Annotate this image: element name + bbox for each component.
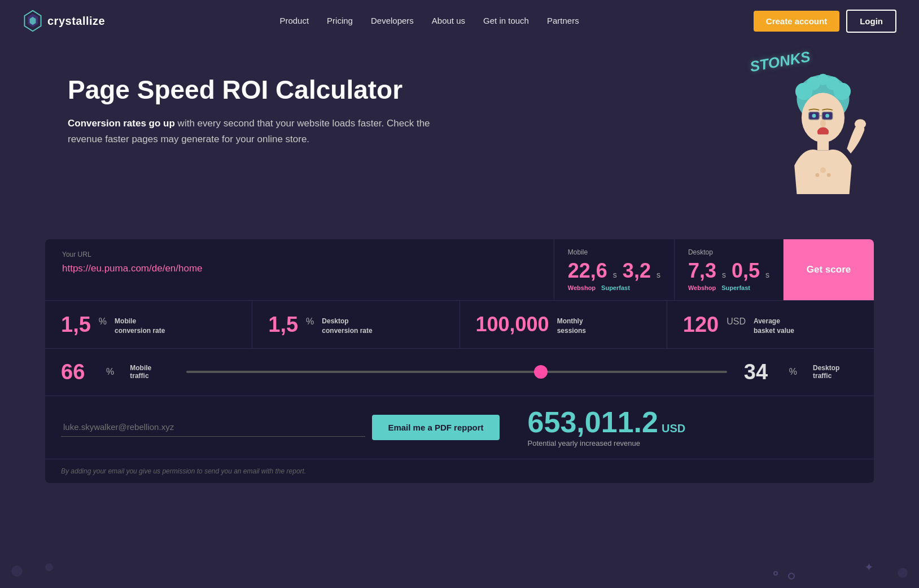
desktop-cr-label: Desktopconversion rate: [322, 317, 372, 336]
hero-subtitle-bold: Conversion rates go up: [68, 118, 175, 129]
deco-circle-1: [788, 573, 795, 580]
metrics-row: 1,5 % Mobileconversion rate 1,5 % Deskto…: [45, 301, 874, 349]
traffic-slider[interactable]: [186, 371, 727, 373]
revenue-section: 653,011.2 USD Potential yearly increased…: [511, 407, 858, 447]
hero-section: Page Speed ROI Calculator Conversion rat…: [0, 42, 919, 222]
desktop-traffic-unit: %: [789, 367, 797, 377]
revenue-number: 653,011.2: [528, 407, 658, 437]
url-section: Your URL https://eu.puma.com/de/en/home: [45, 239, 554, 300]
sessions-block: 100,000 Monthlysessions: [460, 301, 667, 348]
deco-dot-3: [898, 568, 908, 578]
mobile-score-label: Mobile: [568, 248, 660, 256]
basket-value: 120: [683, 314, 719, 335]
mobile-score-tags: Webshop Superfast: [568, 284, 660, 291]
mobile-traffic-label: Mobiletraffic: [130, 364, 164, 380]
mobile-superfast-unit: s: [657, 270, 660, 279]
mobile-score-values: 22,6 s 3,2 s: [568, 261, 660, 281]
revenue-amount: 653,011.2 USD: [528, 407, 858, 437]
svg-point-8: [817, 74, 829, 85]
svg-point-14: [825, 114, 829, 118]
email-section: Email me a PDF repport: [61, 407, 500, 447]
desktop-score-tags: Webshop Superfast: [688, 284, 769, 291]
nav-partners[interactable]: Partners: [547, 16, 579, 25]
desktop-traffic-label: Desktoptraffic: [813, 364, 847, 380]
hero-text: Page Speed ROI Calculator Conversion rat…: [68, 76, 463, 148]
email-input[interactable]: [61, 418, 365, 437]
create-account-button[interactable]: Create account: [754, 11, 839, 32]
revenue-unit: USD: [662, 423, 685, 434]
nav-pricing[interactable]: Pricing: [327, 16, 353, 25]
desktop-score-block: Desktop 7,3 s 0,5 s Webshop Superfast: [675, 239, 784, 300]
logo-link[interactable]: crystallize: [23, 10, 105, 32]
mobile-webshop-tag: Webshop: [568, 284, 596, 291]
navbar: crystallize Product Pricing Developers A…: [0, 0, 919, 42]
mobile-webshop-score: 22,6: [568, 261, 607, 281]
desktop-webshop-tag: Webshop: [688, 284, 716, 291]
desktop-cr-block: 1,5 % Desktopconversion rate: [252, 301, 460, 348]
mobile-traffic-unit: %: [106, 367, 114, 377]
desktop-superfast-tag: Superfast: [721, 284, 750, 291]
nav-developers[interactable]: Developers: [371, 16, 414, 25]
url-value: https://eu.puma.com/de/en/home: [62, 263, 537, 274]
email-row: Email me a PDF repport 653,011.2 USD Pot…: [45, 396, 874, 459]
mobile-cr-unit: %: [99, 317, 107, 327]
traffic-slider-container[interactable]: [186, 371, 727, 373]
basket-unit: USD: [727, 317, 746, 327]
deco-star: ✦: [864, 560, 874, 574]
mobile-cr-block: 1,5 % Mobileconversion rate: [45, 301, 252, 348]
mobile-cr-value: 1,5: [61, 314, 91, 335]
nav-product[interactable]: Product: [279, 16, 309, 25]
logo-icon: [23, 10, 43, 32]
mobile-superfast-score: 3,2: [623, 261, 651, 281]
basket-block: 120 USD Averagebasket value: [667, 301, 874, 348]
desktop-score-values: 7,3 s 0,5 s: [688, 261, 769, 281]
email-pdf-button[interactable]: Email me a PDF repport: [372, 415, 499, 440]
desktop-traffic-value: 34: [744, 360, 778, 384]
calculator-card: Your URL https://eu.puma.com/de/en/home …: [45, 239, 874, 483]
hero-title: Page Speed ROI Calculator: [68, 76, 463, 104]
deco-circle-2: [773, 571, 778, 576]
login-button[interactable]: Login: [846, 10, 896, 33]
desktop-cr-value: 1,5: [268, 314, 298, 335]
mobile-superfast-tag: Superfast: [601, 284, 630, 291]
sessions-label: Monthlysessions: [557, 317, 586, 336]
deco-dot-2: [45, 563, 53, 571]
basket-label: Averagebasket value: [754, 317, 794, 336]
svg-point-19: [820, 168, 826, 173]
mobile-traffic-value: 66: [61, 360, 95, 384]
mobile-cr-label: Mobileconversion rate: [115, 317, 165, 336]
desktop-superfast-score: 0,5: [732, 261, 760, 281]
desktop-score-label: Desktop: [688, 248, 769, 256]
mobile-score-block: Mobile 22,6 s 3,2 s Webshop Superfast: [554, 239, 675, 300]
mobile-webshop-unit: s: [613, 270, 617, 279]
svg-rect-17: [817, 141, 829, 150]
svg-point-20: [815, 173, 819, 177]
svg-point-15: [820, 120, 826, 128]
disclaimer: By adding your email you give us permiss…: [45, 459, 874, 483]
nav-get-in-touch[interactable]: Get in touch: [483, 16, 529, 25]
nav-links: Product Pricing Developers About us Get …: [279, 16, 579, 26]
nav-actions: Create account Login: [754, 10, 896, 33]
desktop-superfast-unit: s: [765, 270, 769, 279]
get-score-button[interactable]: Get score: [784, 239, 874, 300]
desktop-cr-unit: %: [306, 317, 314, 327]
logo-text: crystallize: [47, 15, 105, 28]
score-group: Mobile 22,6 s 3,2 s Webshop Superfast De…: [554, 239, 874, 300]
url-row: Your URL https://eu.puma.com/de/en/home …: [45, 239, 874, 301]
hero-subtitle: Conversion rates go up with every second…: [68, 116, 463, 148]
sessions-value: 100,000: [476, 314, 549, 335]
desktop-webshop-score: 7,3: [688, 261, 716, 281]
svg-point-13: [812, 114, 816, 118]
desktop-webshop-unit: s: [722, 270, 726, 279]
svg-point-21: [827, 173, 831, 177]
deco-dot-1: [11, 565, 23, 577]
nav-about[interactable]: About us: [432, 16, 465, 25]
revenue-label: Potential yearly increased revenue: [528, 439, 858, 447]
stonks-character-svg: [772, 70, 874, 194]
stonks-figure: STONKS: [750, 36, 874, 205]
url-label: Your URL: [62, 251, 537, 258]
svg-point-18: [855, 119, 866, 129]
traffic-row: 66 % Mobiletraffic 34 % Desktoptraffic: [45, 349, 874, 396]
